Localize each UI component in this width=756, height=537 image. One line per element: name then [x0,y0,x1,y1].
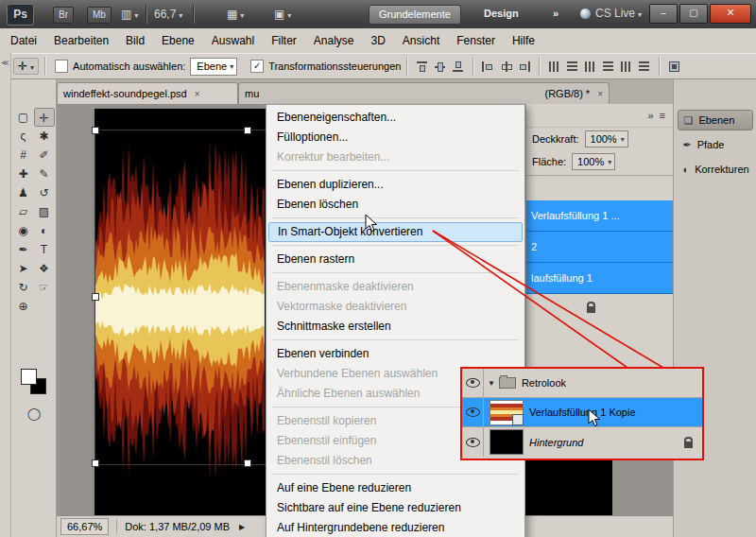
layer-row-verlaufsfuellung-1[interactable]: laufsfüllung 1 [526,263,673,294]
menu-item-sichtbare-reduzieren[interactable]: Sichtbare auf eine Ebene reduzieren [266,498,524,518]
distribute-top-edges-icon[interactable] [546,60,562,74]
pen-tool[interactable]: ✒ [13,240,34,259]
arrange-documents-icon[interactable]: ▦▾ [227,7,244,24]
brush-tool[interactable]: ✎ [34,165,55,183]
tab-close-icon[interactable]: × [597,89,603,99]
menu-datei[interactable]: Datei [2,30,45,51]
menu-auswahl[interactable]: Auswahl [203,30,263,51]
menu-3d[interactable]: 3D [363,30,394,51]
visibility-cell[interactable] [462,427,484,457]
status-zoom-field[interactable]: 66,67% [60,518,109,535]
workspace-grundelemente[interactable]: Grundelemente [369,5,461,25]
dodge-tool[interactable]: ◐ [34,221,55,240]
distribute-vertical-centers-icon[interactable] [564,60,580,74]
align-horizontal-centers-icon[interactable] [498,60,514,74]
left-panel-collapse-strip[interactable]: ≪ [0,53,11,537]
align-bottom-edges-icon[interactable] [450,60,466,74]
expand-triangle-icon[interactable]: ▼ [488,379,495,388]
path-selection-tool[interactable]: ➤ [13,259,34,278]
bridge-button[interactable]: Br [53,7,74,24]
screen-mode-icon[interactable]: ▣▾ [274,7,291,24]
3d-rotation-tool[interactable]: ↻ [13,278,34,297]
document-tab-2[interactable]: mu (RGB/8) * × [238,82,610,104]
transform-handle-top-left[interactable] [92,127,99,134]
layer-row-hintergrund[interactable]: Hintergrund [462,427,702,457]
tab-close-icon[interactable]: × [195,89,200,99]
dock-button-pfade[interactable]: ✒ Pfade [678,134,753,155]
quick-mask-button[interactable]: ◯ [11,407,57,421]
menu-item-auf-eine-ebene-reduzieren[interactable]: Auf eine Ebene reduzieren [266,478,524,498]
align-right-edges-icon[interactable] [516,60,532,74]
menu-item-fuelloptionen[interactable]: Fülloptionen... [266,128,524,147]
panel-menu-icon[interactable]: ≡ [660,110,665,121]
auto-select-checkbox[interactable] [55,60,68,73]
lasso-tool[interactable]: ς [13,127,34,146]
collapse-panels-icon[interactable]: ≪ [1,59,9,67]
hand-tool[interactable]: ☞ [34,278,55,297]
custom-shape-tool[interactable]: ❖ [34,259,55,278]
align-left-edges-icon[interactable] [480,60,496,74]
panel-collapse-icon[interactable]: » [647,110,653,121]
transform-handle-middle-left[interactable] [92,293,99,301]
layer-thumbnail[interactable] [490,400,524,425]
clone-stamp-tool[interactable]: ♟ [13,183,34,202]
blur-tool[interactable]: ◉ [13,221,34,240]
background-layer-row[interactable] [526,294,673,320]
layer-row-2[interactable]: 2 [526,232,673,263]
gradient-tool[interactable]: ▨ [34,202,55,221]
restore-button[interactable]: ▢ [679,4,708,24]
layer-row-verlaufsfuellung-1-kopie[interactable]: Verlaufsfüllung 1 Kopie [462,398,702,427]
auto-align-layers-icon[interactable] [666,60,682,74]
distribute-bottom-edges-icon[interactable] [582,60,598,74]
layer-row-verlaufsfuellung-1-kopie[interactable]: Verlaufsfüllung 1 ... [526,200,673,232]
eyedropper-tool[interactable]: ✐ [34,146,55,165]
menu-fenster[interactable]: Fenster [448,30,504,51]
cs-live-button[interactable]: CS Live▾ [580,6,642,23]
dock-button-korrekturen[interactable]: ◐ Korrekturen [678,159,753,180]
opacity-value[interactable]: 100%▾ [585,130,628,147]
distribute-horizontal-centers-icon[interactable] [618,60,634,74]
mini-bridge-button[interactable]: Mb [87,7,112,24]
menu-item-auf-hintergrundebene-reduzieren[interactable]: Auf Hintergrundebene reduzieren [266,518,524,537]
menu-bearbeiten[interactable]: Bearbeiten [45,30,117,51]
menu-filter[interactable]: Filter [263,30,305,51]
menu-item-schnittmaske-erstellen[interactable]: Schnittmaske erstellen [266,317,524,337]
workspace-overflow[interactable]: » [543,5,568,23]
document-tab-windeffekt[interactable]: windeffekt-soundpegel.psd × [57,82,238,104]
type-tool[interactable]: T [34,240,55,259]
healing-brush-tool[interactable]: ✚ [13,165,34,183]
workspace-design[interactable]: Design [474,5,528,23]
menu-item-ebenen-rastern[interactable]: Ebenen rastern [266,250,524,269]
move-tool[interactable]: ✛ [34,108,55,127]
menu-bild[interactable]: Bild [117,30,153,51]
minimize-button[interactable]: – [649,4,678,24]
eye-icon[interactable] [466,407,480,417]
tool-preset-picker[interactable]: ✛▾ [13,58,39,75]
crop-tool[interactable]: # [13,146,34,165]
visibility-cell[interactable] [462,398,484,426]
transform-handle-top-center[interactable] [244,127,251,134]
distribute-right-edges-icon[interactable] [636,60,652,74]
menu-item-ebeneneigenschaften[interactable]: Ebeneneigenschaften... [266,108,524,128]
menu-analyse[interactable]: Analyse [305,30,363,51]
layer-name[interactable]: Verlaufsfüllung 1 Kopie [529,407,636,418]
visibility-cell[interactable] [462,369,484,397]
foreground-color-swatch[interactable] [21,369,37,385]
menu-ebene[interactable]: Ebene [153,30,203,51]
menu-item-ebenen-verbinden[interactable]: Ebenen verbinden [266,344,524,364]
eraser-tool[interactable]: ▱ [13,202,34,221]
close-button[interactable]: ✕ [710,4,751,24]
group-name[interactable]: Retrolook [522,377,566,389]
dock-button-ebenen[interactable]: ❏ Ebenen [678,110,753,130]
eye-icon[interactable] [466,378,480,388]
menu-ansicht[interactable]: Ansicht [394,30,448,51]
eye-icon[interactable] [466,438,480,447]
rectangular-marquee-tool[interactable]: ▢ [13,108,34,127]
status-flyout-icon[interactable]: ▶ [239,523,245,531]
menu-item-in-smart-objekt-konvertieren[interactable]: In Smart-Objekt konvertieren [268,222,523,242]
guides-grid-icon[interactable]: ▥▾ [121,7,138,24]
quick-selection-tool[interactable]: ✱ [34,127,55,146]
zoom-tool[interactable]: ⊕ [13,297,34,316]
transform-controls-checkbox[interactable]: ✓ [250,60,264,73]
transform-handle-bottom-left[interactable] [92,459,99,467]
